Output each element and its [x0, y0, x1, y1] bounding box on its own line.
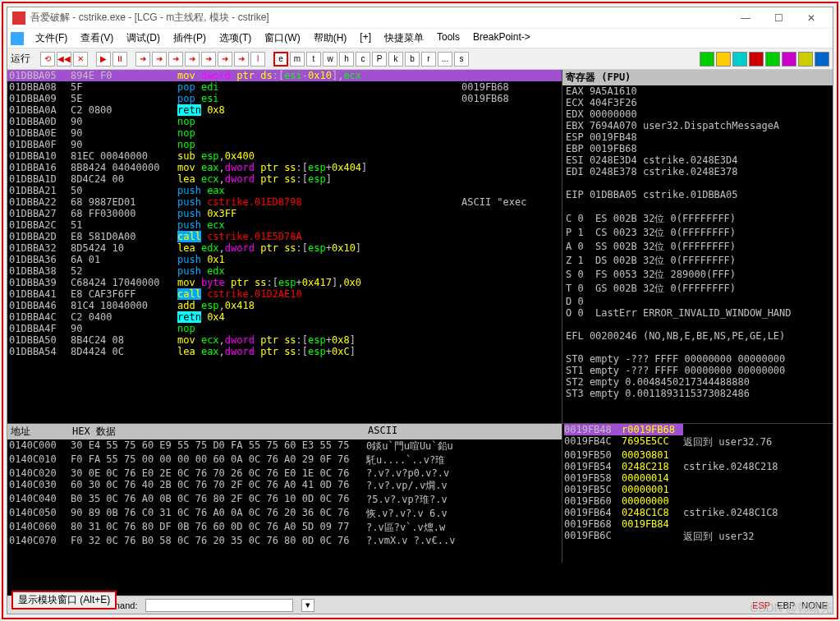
toolbar-btn-➜[interactable]: ➜	[218, 52, 232, 67]
toolbar-btn-➜[interactable]: ➜	[201, 52, 216, 67]
disasm-row[interactable]: 01DBBA4681C4 18040000add esp,0x418	[7, 300, 562, 311]
disasm-row[interactable]: 01DBBA39C68424 17040000mov byte ptr ss:[…	[7, 277, 562, 288]
disasm-row[interactable]: 01DBBA4CC2 0400retn 0x4	[7, 311, 562, 323]
toolbar-btn-k[interactable]: k	[388, 52, 403, 67]
maximize-button[interactable]: ☐	[762, 8, 795, 28]
toolbar-btn-t[interactable]: t	[306, 52, 321, 67]
close-button[interactable]: ✕	[795, 8, 828, 28]
disasm-row[interactable]: 01DBBA0D90nop	[7, 116, 562, 127]
dump-row[interactable]: 0140C070F0 32 0C 76 B0 58 0C 76 20 35 0C…	[7, 535, 562, 546]
dump-row[interactable]: 0140C00030 E4 55 75 60 E9 55 75 D0 FA 55…	[7, 439, 562, 453]
command-dropdown[interactable]: ▾	[301, 599, 314, 612]
stack-row[interactable]: 0019FB540248C218cstrike.0248C218	[562, 461, 833, 472]
stack-row[interactable]: 0019FB5C00000001	[562, 484, 833, 495]
menu-item[interactable]: [+]	[353, 30, 378, 47]
registers-pane[interactable]: 寄存器 (FPU) EAX 9A5A1610ECX 404F3F26EDX 00…	[562, 70, 833, 423]
disasm-row[interactable]: 01DBBA328D5424 10lea edx,dword ptr ss:[e…	[7, 242, 562, 254]
menu-item[interactable]: 帮助(H)	[307, 30, 354, 47]
dump-row[interactable]: 0140C040B0 35 0C 76 A0 0B 0C 76 80 2F 0C…	[7, 493, 562, 507]
tb-icon-3[interactable]	[732, 52, 747, 67]
stack-row[interactable]: 0019FB4C7695E5CC返回到 user32.76	[562, 435, 833, 449]
menu-item[interactable]: BreakPoint->	[466, 30, 537, 47]
toolbar-btn-b[interactable]: b	[405, 52, 420, 67]
dump-row[interactable]: 0140C010F0 FA 55 75 00 00 00 00 60 0A 0C…	[7, 453, 562, 467]
disasm-row[interactable]: 01DBBA0AC2 0800retn 0x8	[7, 104, 562, 116]
disasm-row[interactable]: 01DBBA095Epop esi0019FB68	[7, 93, 562, 104]
tb-icon-1[interactable]	[700, 52, 714, 67]
toolbar-btn-➜[interactable]: ➜	[185, 52, 200, 67]
toolbar-btn-c[interactable]: c	[356, 52, 370, 67]
toolbar-btn-P[interactable]: P	[372, 52, 387, 67]
toolbar-btn-l[interactable]: l	[250, 52, 265, 67]
dump-ascii-h: ASCII	[368, 425, 397, 439]
menu-item[interactable]: 文件(F)	[29, 30, 74, 47]
toolbar-btn-➜[interactable]: ➜	[152, 52, 167, 67]
stack-row[interactable]: 0019FB5800000014	[562, 472, 833, 484]
toolbar-btn-▶[interactable]: ▶	[96, 52, 111, 67]
tb-icon-6[interactable]	[782, 52, 796, 67]
register-row: EDI 0248E378 cstrike.0248E378	[562, 166, 833, 177]
toolbar-btn-h[interactable]: h	[339, 52, 354, 67]
toolbar-btn-➜[interactable]: ➜	[168, 52, 183, 67]
toolbar-btn-w[interactable]: w	[323, 52, 337, 67]
register-row: EIP 01DBBA05 cstrike.01DBBA05	[562, 189, 833, 200]
disassembly-pane[interactable]: 01DBBA05894E F0mov dword ptr ds:[esi-0x1…	[7, 70, 562, 423]
toolbar-btn-➜[interactable]: ➜	[135, 52, 150, 67]
disasm-row[interactable]: 01DBBA0E90nop	[7, 127, 562, 139]
disasm-row[interactable]: 01DBBA508B4C24 08mov ecx,dword ptr ss:[e…	[7, 334, 562, 346]
toolbar-btn-⟲[interactable]: ⟲	[40, 52, 55, 67]
menu-item[interactable]: 选项(T)	[213, 30, 258, 47]
disasm-row[interactable]: 01DBBA2768 FF030000push 0x3FF	[7, 208, 562, 219]
toolbar-btn-m[interactable]: m	[290, 52, 305, 67]
disasm-row[interactable]: 01DBBA0F90nop	[7, 139, 562, 150]
dump-row[interactable]: 0140C02030 0E 0C 76 E0 2E 0C 76 70 26 0C…	[7, 467, 562, 479]
stack-row[interactable]: 0019FB640248C1C8cstrike.0248C1C8	[562, 507, 833, 518]
toolbar-btn-e[interactable]: e	[273, 52, 288, 67]
title-bar: 吾爱破解 - cstrike.exe - [LCG - m主线程, 模块 - c…	[7, 7, 833, 29]
toolbar-btn-◀◀[interactable]: ◀◀	[57, 52, 71, 67]
disasm-row[interactable]: 01DBBA2150push eax	[7, 185, 562, 196]
menu-item[interactable]: Tools	[430, 30, 466, 47]
menu-item[interactable]: 窗口(W)	[258, 30, 306, 47]
tb-icon-4[interactable]	[749, 52, 764, 67]
menu-item[interactable]: 快捷菜单	[378, 30, 430, 47]
disasm-row[interactable]: 01DBBA1D8D4C24 00lea ecx,dword ptr ss:[e…	[7, 173, 562, 185]
toolbar-btn-r[interactable]: r	[421, 52, 436, 67]
toolbar-btn-...[interactable]: ...	[438, 52, 452, 67]
stack-row[interactable]: 0019FB680019FB84	[562, 518, 833, 530]
tb-icon-8[interactable]	[815, 52, 829, 67]
disasm-row[interactable]: 01DBBA2C51push ecx	[7, 219, 562, 231]
stack-row[interactable]: 0019FB6C返回到 user32	[562, 530, 833, 544]
tb-icon-2[interactable]	[716, 52, 731, 67]
dump-row[interactable]: 0140C05090 89 0B 76 C0 31 0C 76 A0 0A 0C…	[7, 507, 562, 521]
disasm-row[interactable]: 01DBBA548D4424 0Clea eax,dword ptr ss:[e…	[7, 346, 562, 357]
stack-row[interactable]: 0019FB5000030801	[562, 449, 833, 461]
memory-dump-pane[interactable]: 地址 HEX 数据 ASCII 0140C00030 E4 55 75 60 E…	[7, 423, 562, 563]
command-input[interactable]	[145, 599, 293, 612]
dump-row[interactable]: 0140C06080 31 0C 76 80 DF 0B 76 60 0D 0C…	[7, 521, 562, 535]
disasm-row[interactable]: 01DBBA2268 9887ED01push cstrike.01ED8798…	[7, 196, 562, 208]
disasm-row[interactable]: 01DBBA366A 01push 0x1	[7, 254, 562, 265]
toolbar-btn-✕[interactable]: ✕	[73, 52, 88, 67]
menu-item[interactable]: 插件(P)	[167, 30, 213, 47]
disasm-row[interactable]: 01DBBA1081EC 00040000sub esp,0x400	[7, 150, 562, 162]
stack-pane[interactable]: 0019FB48 r0019FB68 0019FB4C7695E5CC返回到 u…	[562, 423, 833, 563]
dump-row[interactable]: 0140C03060 30 0C 76 40 2B 0C 76 70 2F 0C…	[7, 479, 562, 493]
status-hint: 显示模块窗口 (Alt+E)	[11, 591, 117, 610]
disasm-row[interactable]: 01DBBA168B8424 04040000mov eax,dword ptr…	[7, 162, 562, 173]
tb-icon-7[interactable]	[798, 52, 813, 67]
disasm-row[interactable]: 01DBBA085Fpop edi0019FB68	[7, 81, 562, 93]
toolbar-btn-⏸[interactable]: ⏸	[112, 52, 127, 67]
toolbar-btn-➜[interactable]: ➜	[234, 52, 249, 67]
disasm-row[interactable]: 01DBBA41E8 CAF3F6FFcall cstrike.01D2AE10	[7, 288, 562, 300]
disasm-row[interactable]: 01DBBA4F90nop	[7, 323, 562, 334]
menu-item[interactable]: 调试(D)	[120, 30, 167, 47]
menu-item[interactable]: 查看(V)	[74, 30, 120, 47]
toolbar-btn-s[interactable]: s	[454, 52, 469, 67]
stack-row[interactable]: 0019FB6000000000	[562, 495, 833, 507]
disasm-row[interactable]: 01DBBA2DE8 581D0A00call cstrike.01E5D78A	[7, 231, 562, 242]
tb-icon-5[interactable]	[765, 52, 780, 67]
disasm-row[interactable]: 01DBBA05894E F0mov dword ptr ds:[esi-0x1…	[7, 70, 562, 81]
disasm-row[interactable]: 01DBBA3852push edx	[7, 265, 562, 277]
minimize-button[interactable]: —	[729, 8, 762, 28]
